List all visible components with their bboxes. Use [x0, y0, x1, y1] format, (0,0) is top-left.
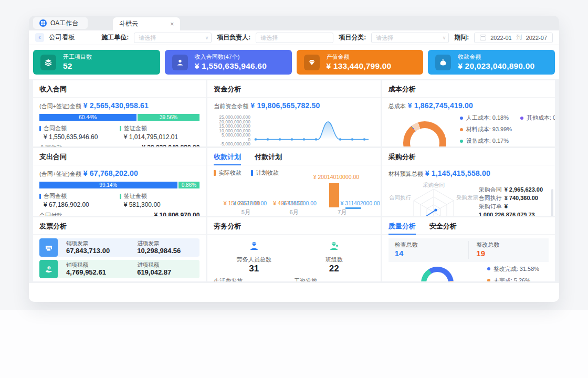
- contract-amount-value: ¥ 67,186,902.00: [44, 201, 120, 208]
- visa-amount-segment[interactable]: 0.86%: [178, 182, 200, 188]
- contract-payment-value: ¥ 10,806,970.00: [154, 212, 200, 216]
- rectify-total-stat: 整改总数 19: [468, 241, 542, 259]
- panel-quality-safety: 质量分析 安全分析 检查总数 14 整改总数 19 整改: [382, 217, 555, 281]
- filter-unit-input[interactable]: [134, 33, 212, 43]
- tab-receive-plan[interactable]: 收款计划: [214, 152, 241, 162]
- purchase-radar-chart[interactable]: 采购合同 采购发票 付款登记 采购入库 采购订单 合同执行: [388, 182, 479, 216]
- worker-icon: [248, 246, 260, 254]
- svg-text:¥: ¥: [48, 267, 50, 269]
- filter-unit-select[interactable]: ∨: [134, 33, 212, 43]
- x-tick: 7月: [338, 208, 346, 216]
- invoice-row-tax: ¥ 销项税额4,769,952.61 进项税额619,042.87: [39, 260, 200, 278]
- budget-value: ¥ 1,145,415,558.00: [425, 169, 490, 177]
- expense-total-value: ¥ 67,768,202.00: [83, 169, 138, 177]
- kpi-collections[interactable]: 收款金额¥ 20,023,040,890.00: [428, 50, 555, 75]
- filter-category-input[interactable]: [371, 33, 449, 43]
- stat-row: 采购合同¥ 2,965,623.00: [479, 186, 543, 194]
- legend-marker: [120, 194, 121, 199]
- funds-line-chart[interactable]: 25,000,000,000 20,000,000,000 15,000,000…: [214, 114, 371, 146]
- kpi-income-contracts[interactable]: 收入合同数(47个)¥ 1,550,635,946.60: [165, 50, 292, 75]
- period-range-picker[interactable]: 2022-01 到 2022-07: [474, 33, 553, 43]
- legend-dot: [460, 140, 463, 143]
- budget-label: 材料预算总额: [388, 171, 423, 177]
- labor-headcount-stat: 劳务人员总数 31: [214, 239, 294, 275]
- layers-icon: [40, 55, 56, 70]
- kpi-value: 52: [63, 61, 72, 70]
- tab-quality[interactable]: 质量分析: [388, 222, 416, 231]
- panel-title: 收入合同: [33, 80, 206, 98]
- check-total-stat: 检查总数 14: [395, 241, 469, 259]
- cost-donut-chart[interactable]: [403, 121, 446, 146]
- quality-donut-chart[interactable]: [421, 267, 454, 281]
- app-window: OA工作台 斗栱云 × ‹ 公司看板 施工单位: ∨ 项目负责人: 项目: [29, 16, 559, 302]
- page: OA工作台 斗栱云 × ‹ 公司看板 施工单位: ∨ 项目负责人: 项目: [0, 0, 588, 378]
- contract-amount-label: 合同金额: [44, 192, 67, 200]
- planned-label-jun: ¥ 4885000.00: [283, 200, 317, 206]
- filter-category-label: 项目分类:: [339, 33, 366, 42]
- actual-bar-jul[interactable]: [329, 183, 339, 207]
- living-allowance-stat: 生活费发放 ¥ 244,684.00: [214, 277, 294, 281]
- kpi-label: 收入合同数(47个): [195, 54, 240, 60]
- tab-oa-workbench[interactable]: OA工作台: [33, 17, 88, 29]
- kpi-row: 开工项目数52 收入合同数(47个)¥ 1,550,635,946.60 产值金…: [29, 45, 559, 79]
- gem-icon: [304, 55, 320, 70]
- back-button[interactable]: ‹: [35, 33, 44, 42]
- contract-amount-segment[interactable]: 99.14%: [39, 182, 177, 188]
- grid-app-icon: [39, 19, 47, 27]
- legend-marker: [39, 194, 41, 199]
- period-start[interactable]: 2022-01: [490, 35, 511, 41]
- filter-manager-label: 项目负责人:: [217, 33, 250, 42]
- income-split-bar: 60.44% 39.56%: [39, 114, 200, 121]
- kpi-started-projects[interactable]: 开工项目数52: [33, 50, 160, 75]
- period-end[interactable]: 2022-07: [526, 35, 547, 41]
- legend-actual: 实际收款: [218, 169, 242, 177]
- stat-row: 合同执行¥ 740,360.00: [479, 194, 543, 203]
- invoice-printer-icon: [39, 238, 58, 257]
- legend-item: 设备成本: 0.17%: [466, 137, 509, 145]
- income-total-value: ¥ 2,565,430,958.61: [83, 101, 149, 110]
- kpi-output-value[interactable]: 产值金额¥ 133,440,799.00: [297, 50, 424, 75]
- expense-split-bar: 99.14% 0.86%: [39, 182, 200, 188]
- tab-pay-plan[interactable]: 付款计划: [255, 152, 282, 162]
- plans-bar-chart[interactable]: ¥ 15109522.00 ¥ 2351000.00 ¥ 495734.00 ¥…: [214, 177, 374, 216]
- visa-amount-value: ¥ 1,014,795,012.01: [124, 133, 200, 141]
- legend-marker: [214, 170, 216, 176]
- kpi-label: 开工项目数: [63, 54, 92, 60]
- tab-safety[interactable]: 安全分析: [429, 222, 457, 231]
- legend-item: 人工成本: 0.18%: [466, 114, 509, 122]
- person-badge-icon: [172, 55, 188, 70]
- kpi-label: 产值金额: [327, 54, 350, 60]
- tab-dougong-cloud[interactable]: 斗栱云 ×: [113, 17, 180, 30]
- expense-total-label: (合同+签证)金额: [39, 171, 81, 177]
- purchase-stats: 采购合同¥ 2,965,623.00 合同执行¥ 740,360.00 采购订单…: [479, 182, 549, 216]
- kpi-label: 收款金额: [458, 54, 481, 60]
- money-bag-icon: [435, 55, 451, 70]
- toolbar: ‹ 公司看板 施工单位: ∨ 项目负责人: 项目分类: ∨ 期间:: [29, 30, 559, 45]
- quality-legend: 整改完成: 31.58% 未完成: 5.26% 已逾期: 63.16%: [487, 265, 539, 281]
- contract-amount-value: ¥ 1,550,635,946.60: [44, 133, 120, 141]
- close-icon[interactable]: ×: [170, 20, 174, 28]
- cost-total-label: 总成本: [388, 103, 406, 109]
- y-tick: -5,000,000,000: [220, 141, 251, 146]
- visa-amount-value: ¥ 581,300.00: [124, 201, 200, 208]
- dashboard-grid: 收入合同 (合同+签证)金额¥ 2,565,430,958.61 60.44% …: [29, 79, 559, 283]
- tab-strip: OA工作台 斗栱云 ×: [29, 16, 559, 30]
- legend-dot: [460, 128, 463, 131]
- panel-cost-analysis: 成本分析 总成本¥ 1,862,745,419.00 人工成本: 0.18% 其…: [382, 80, 555, 146]
- legend-marker: [39, 126, 41, 131]
- kpi-value: ¥ 1,550,635,946.60: [195, 61, 267, 70]
- legend-dot: [487, 279, 490, 281]
- scrollbar[interactable]: [551, 189, 553, 216]
- visa-amount-segment[interactable]: 39.56%: [138, 114, 200, 121]
- contract-amount-segment[interactable]: 60.44%: [39, 114, 136, 121]
- actual-label-jul: ¥ 20014010000.00: [313, 174, 360, 180]
- filter-unit-label: 施工单位:: [101, 33, 129, 42]
- kpi-value: ¥ 20,023,040,890.00: [458, 61, 534, 70]
- contract-receipt-value: ¥ 20,023,040,890.00: [142, 144, 200, 146]
- legend-planned: 计划收款: [256, 169, 279, 177]
- filter-manager-input[interactable]: [256, 33, 333, 43]
- filter-manager-select[interactable]: [256, 33, 333, 43]
- planned-label-may: ¥ 2351000.00: [233, 200, 267, 206]
- page-title: 公司看板: [49, 33, 75, 42]
- filter-category-select[interactable]: ∨: [371, 33, 449, 43]
